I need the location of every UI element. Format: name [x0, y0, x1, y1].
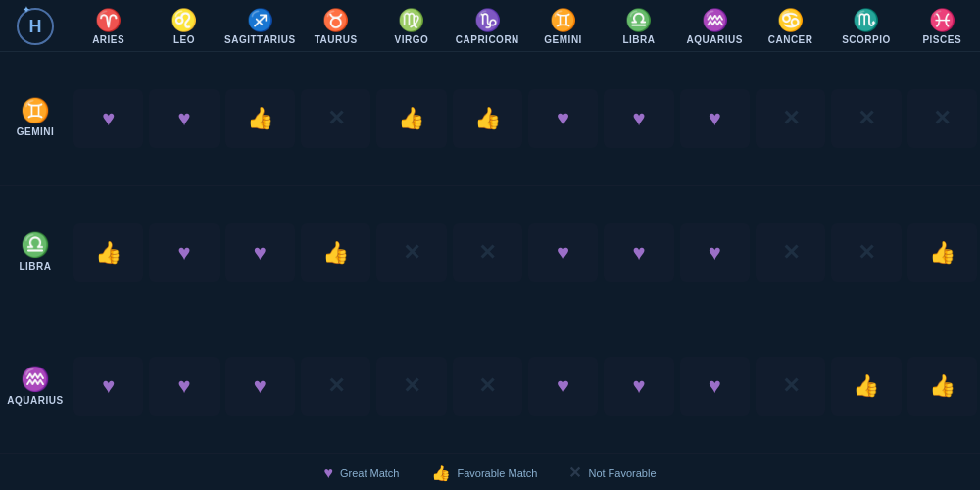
header-row: ✦ H ♈ Aries ♌ Leo ♐ Sagittarius ♉ Taurus… — [0, 0, 980, 52]
col-label-virgo: Virgo — [395, 34, 429, 45]
col-header-scorpio: ♏ Scorpio — [828, 10, 904, 45]
cell-aquarius-virgo: ✕ — [376, 357, 446, 416]
heart-icon: ♥ — [102, 373, 115, 399]
heart-icon: ♥ — [177, 373, 190, 399]
row-libra: ♎ Libra 👍♥♥👍✕✕♥♥♥✕✕👍 — [0, 186, 980, 320]
legend-not-favorable-label: Not Favorable — [588, 467, 656, 479]
cell-libra-aries: 👍 — [74, 223, 143, 282]
thumb-icon: 👍 — [929, 373, 956, 399]
legend-not-favorable: ✕ Not Favorable — [568, 464, 656, 482]
thumb-icon: 👍 — [322, 240, 349, 266]
thumb-icon: 👍 — [95, 240, 122, 266]
col-header-aquarius: ♒ Aquarius — [677, 10, 753, 45]
cell-libra-aquarius: ♥ — [680, 223, 750, 282]
cross-icon: ✕ — [782, 240, 800, 266]
legend-thumb-icon: 👍 — [431, 464, 451, 482]
cell-aquarius-pisces: 👍 — [907, 357, 977, 416]
col-symbol-pisces: ♓ — [929, 10, 956, 31]
col-header-sagittarius: ♐ Sagittarius — [222, 10, 298, 45]
col-header-libra: ♎ Libra — [601, 10, 676, 45]
col-label-capricorn: Capricorn — [456, 34, 519, 45]
col-label-sagittarius: Sagittarius — [224, 34, 296, 45]
cross-icon: ✕ — [403, 373, 420, 399]
col-label-pisces: Pisces — [922, 34, 961, 45]
cell-gemini-aquarius: ♥ — [680, 89, 750, 148]
cell-libra-virgo: ✕ — [376, 223, 446, 282]
cell-libra-libra: ♥ — [604, 223, 673, 282]
heart-icon: ♥ — [254, 240, 267, 266]
col-symbol-capricorn: ♑ — [474, 10, 501, 31]
thumb-icon: 👍 — [929, 240, 956, 266]
legend-favorable-match: 👍 Favorable Match — [431, 464, 538, 482]
heart-icon: ♥ — [709, 240, 721, 266]
heart-icon: ♥ — [102, 106, 115, 131]
cell-libra-pisces: 👍 — [907, 223, 977, 282]
row-header-libra: ♎ Libra — [0, 233, 71, 271]
cell-gemini-scorpio: ✕ — [831, 89, 901, 148]
cell-gemini-virgo: 👍 — [376, 89, 446, 148]
compatibility-chart: ✦ H ♈ Aries ♌ Leo ♐ Sagittarius ♉ Taurus… — [0, 0, 980, 490]
heart-icon: ♥ — [557, 373, 569, 399]
cross-icon: ✕ — [782, 106, 800, 131]
row-label-libra: Libra — [19, 261, 51, 271]
cell-gemini-pisces: ✕ — [907, 89, 977, 148]
cell-libra-leo: ♥ — [149, 223, 219, 282]
cross-icon: ✕ — [327, 373, 345, 399]
cross-icon: ✕ — [478, 240, 496, 266]
row-symbol-gemini: ♊ — [21, 99, 50, 122]
heart-icon: ♥ — [632, 240, 645, 266]
cell-gemini-leo: ♥ — [149, 89, 219, 148]
cell-gemini-aries: ♥ — [74, 89, 143, 148]
data-rows: ♊ Gemini ♥♥👍✕👍👍♥♥♥✕✕✕ ♎ Libra 👍♥♥👍✕✕♥♥♥✕… — [0, 52, 980, 454]
legend-heart-icon: ♥ — [323, 465, 333, 482]
heart-icon: ♥ — [632, 106, 645, 131]
heart-icon: ♥ — [557, 240, 569, 266]
cell-gemini-sagittarius: 👍 — [225, 89, 295, 148]
cross-icon: ✕ — [403, 240, 420, 266]
heart-icon: ♥ — [254, 373, 267, 399]
thumb-icon: 👍 — [398, 106, 424, 131]
col-symbol-aries: ♈ — [95, 10, 122, 31]
cell-gemini-cancer: ✕ — [756, 89, 825, 148]
cross-icon: ✕ — [933, 106, 951, 131]
row-header-aquarius: ♒ Aquarius — [0, 368, 71, 406]
col-symbol-aquarius: ♒ — [702, 10, 728, 31]
col-label-taurus: Taurus — [315, 34, 358, 45]
legend-great-match-label: Great Match — [340, 467, 400, 479]
cell-aquarius-gemini: ♥ — [528, 357, 598, 416]
heart-icon: ♥ — [177, 106, 190, 131]
cell-libra-taurus: 👍 — [301, 223, 370, 282]
col-symbol-gemini: ♊ — [550, 10, 576, 31]
col-label-scorpio: Scorpio — [842, 34, 891, 45]
logo: ✦ H — [17, 8, 54, 45]
corner-cell: ✦ H — [0, 8, 71, 45]
heart-icon: ♥ — [632, 373, 645, 399]
logo-letter: H — [29, 17, 42, 37]
cell-gemini-gemini: ♥ — [528, 89, 598, 148]
cell-libra-gemini: ♥ — [528, 223, 598, 282]
cross-icon: ✕ — [858, 240, 875, 266]
col-header-gemini: ♊ Gemini — [525, 10, 601, 45]
cell-aquarius-libra: ♥ — [604, 357, 673, 416]
col-label-aquarius: Aquarius — [687, 34, 743, 45]
col-label-cancer: Cancer — [768, 34, 813, 45]
col-label-leo: Leo — [173, 34, 195, 45]
col-symbol-libra: ♎ — [625, 10, 652, 31]
row-aquarius: ♒ Aquarius ♥♥♥✕✕✕♥♥♥✕👍👍 — [0, 319, 980, 454]
row-symbol-aquarius: ♒ — [21, 368, 50, 391]
col-symbol-cancer: ♋ — [777, 10, 804, 31]
legend-great-match: ♥ Great Match — [323, 465, 399, 482]
cell-aquarius-taurus: ✕ — [301, 357, 370, 416]
row-symbol-libra: ♎ — [21, 233, 50, 257]
logo-star: ✦ — [23, 5, 30, 15]
thumb-icon: 👍 — [853, 373, 879, 399]
legend: ♥ Great Match 👍 Favorable Match ✕ Not Fa… — [0, 454, 980, 490]
cell-aquarius-scorpio: 👍 — [831, 357, 901, 416]
cell-libra-sagittarius: ♥ — [225, 223, 295, 282]
data-body: ♊ Gemini ♥♥👍✕👍👍♥♥♥✕✕✕ ♎ Libra 👍♥♥👍✕✕♥♥♥✕… — [0, 52, 980, 454]
col-symbol-virgo: ♍ — [398, 10, 424, 31]
heart-icon: ♥ — [177, 240, 190, 266]
heart-icon: ♥ — [709, 106, 721, 131]
cross-icon: ✕ — [327, 106, 345, 131]
heart-icon: ♥ — [709, 373, 721, 399]
